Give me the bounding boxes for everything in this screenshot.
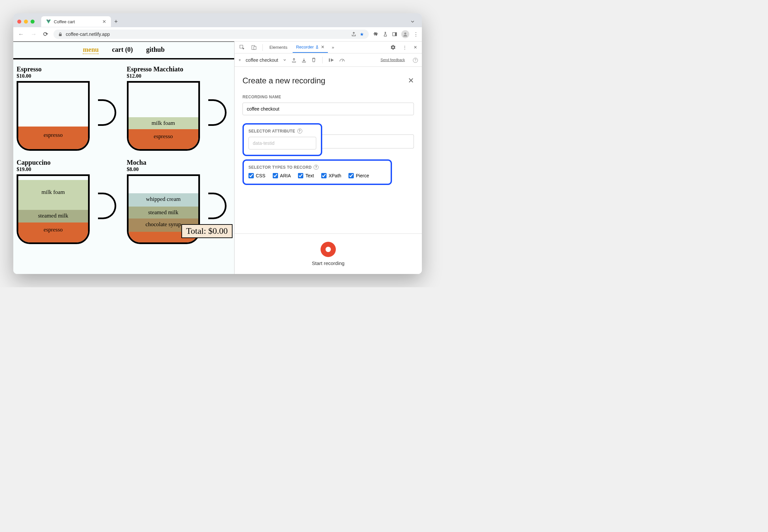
product-name: Mocha (127, 159, 231, 166)
layer-espresso: espresso (129, 129, 198, 149)
minimize-window-button[interactable] (24, 20, 28, 24)
replay-icon[interactable] (329, 57, 335, 63)
layer-whipped-cream: whipped cream (129, 193, 198, 207)
tab-recorder-label: Recorder (296, 44, 314, 49)
lock-icon (58, 32, 62, 37)
layer-milk-foam: milk foam (18, 180, 88, 210)
product-name: Cappuccino (17, 159, 121, 166)
import-icon[interactable] (301, 57, 307, 63)
forward-button[interactable]: → (29, 30, 38, 39)
browser-tab[interactable]: Coffee cart ✕ (41, 16, 111, 27)
recording-name-toolbar[interactable]: coffee checkout (246, 57, 278, 63)
devtools-panel: Elements Recorder ✕ » ⋮ ✕ + coffee check… (234, 42, 422, 274)
maximize-window-button[interactable] (31, 20, 35, 24)
panel-title: Create a new recording (242, 76, 325, 85)
reload-button[interactable]: ⟳ (42, 29, 49, 39)
product-price: $12.00 (127, 73, 231, 79)
tab-list-dropdown-icon[interactable] (410, 19, 415, 24)
url-text: coffee-cart.netlify.app (66, 32, 110, 37)
kebab-menu-icon[interactable]: ⋮ (413, 31, 419, 38)
share-icon[interactable] (351, 32, 356, 37)
labs-icon[interactable] (383, 32, 388, 37)
product-espresso: Espresso $10.00 espresso (17, 65, 121, 151)
extensions-icon[interactable] (373, 31, 379, 37)
cup-handle (208, 193, 227, 219)
checkbox-pierce[interactable]: Pierce (348, 173, 369, 178)
product-grid: Espresso $10.00 espresso Espresso Macchi… (13, 58, 234, 250)
cart-total-badge[interactable]: Total: $0.00 (181, 224, 232, 238)
selector-types-label: SELECTOR TYPES TO RECORD ? (248, 165, 386, 170)
product-name: Espresso Macchiato (127, 65, 231, 73)
layer-steamed-milk: steamed milk (129, 207, 198, 219)
close-window-button[interactable] (17, 20, 21, 24)
help-icon[interactable]: ? (297, 129, 302, 133)
svg-point-3 (404, 33, 406, 35)
panel-close-icon[interactable]: ✕ (408, 76, 414, 85)
settings-gear-icon[interactable] (388, 43, 398, 51)
tab-bar: Coffee cart ✕ + (13, 13, 422, 27)
page-viewport: menu cart (0) github Espresso $10.00 esp… (13, 42, 234, 274)
product-espresso-macchiato: Espresso Macchiato $12.00 milk foam espr… (127, 65, 231, 151)
cup-handle (98, 193, 116, 219)
new-tab-button[interactable]: + (114, 18, 118, 25)
devtools-menu-icon[interactable]: ⋮ (401, 44, 409, 51)
toolbar-right: ⋮ (373, 30, 419, 38)
tab-title: Coffee cart (54, 19, 75, 24)
send-feedback-link[interactable]: Send feedback (381, 58, 405, 62)
performance-icon[interactable] (339, 57, 345, 63)
delete-icon[interactable] (311, 57, 316, 62)
svg-rect-7 (329, 58, 330, 62)
site-nav: menu cart (0) github (13, 42, 234, 58)
tab-recorder[interactable]: Recorder ✕ (293, 42, 328, 53)
cup-handle (208, 99, 227, 126)
coffee-cup[interactable]: milk foam steamed milk espresso (17, 174, 90, 244)
recorder-toolbar: + coffee checkout Send feedback ? (235, 53, 422, 67)
recording-name-label: RECORDING NAME (242, 95, 414, 99)
profile-avatar-icon[interactable] (401, 30, 409, 38)
start-recording-area: Start recording (235, 233, 422, 274)
device-toolbar-icon[interactable] (249, 43, 259, 52)
export-icon[interactable] (291, 57, 297, 63)
nav-github-link[interactable]: github (146, 46, 165, 54)
layer-espresso: espresso (18, 127, 88, 149)
panel-icon[interactable] (392, 32, 397, 37)
selector-attribute-highlight: SELECTOR ATTRIBUTE ? (242, 123, 322, 156)
bookmark-star-icon[interactable]: ★ (360, 32, 364, 37)
svg-rect-0 (59, 34, 61, 36)
window-controls (17, 20, 35, 24)
checkbox-xpath[interactable]: XPath (321, 173, 341, 178)
back-button[interactable]: ← (17, 30, 25, 39)
recording-name-input[interactable] (242, 103, 414, 115)
svg-rect-6 (254, 46, 256, 49)
create-recording-panel: Create a new recording ✕ RECORDING NAME … (235, 67, 422, 233)
devtools-tab-bar: Elements Recorder ✕ » ⋮ ✕ (235, 42, 422, 53)
checkbox-css[interactable]: CSS (248, 173, 265, 178)
address-bar[interactable]: coffee-cart.netlify.app ★ (53, 30, 369, 39)
help-icon[interactable]: ? (413, 58, 418, 63)
tab-close-icon[interactable]: ✕ (102, 19, 106, 24)
vue-favicon-icon (46, 19, 51, 24)
checkbox-text[interactable]: Text (298, 173, 314, 178)
product-cappuccino: Cappuccino $19.00 milk foam steamed milk… (17, 159, 121, 244)
coffee-cup[interactable]: milk foam espresso (127, 81, 200, 151)
flask-icon (315, 45, 319, 49)
nav-cart-link[interactable]: cart (0) (112, 46, 133, 54)
checkbox-aria[interactable]: ARIA (273, 173, 291, 178)
start-recording-label: Start recording (242, 260, 414, 266)
start-recording-button[interactable] (321, 242, 336, 257)
coffee-cup[interactable]: espresso (17, 81, 90, 151)
selector-attribute-input[interactable] (248, 137, 316, 149)
layer-espresso: espresso (18, 222, 88, 242)
help-icon[interactable]: ? (314, 165, 319, 170)
content-area: menu cart (0) github Espresso $10.00 esp… (13, 42, 422, 274)
recording-dropdown-icon[interactable] (283, 58, 287, 62)
close-tab-icon[interactable]: ✕ (321, 44, 325, 49)
nav-menu-link[interactable]: menu (83, 46, 99, 54)
inspect-element-icon[interactable] (237, 43, 247, 52)
more-tabs-icon[interactable]: » (330, 44, 336, 51)
devtools-close-icon[interactable]: ✕ (412, 44, 419, 51)
product-mocha: Mocha $8.00 whipped cream steamed milk c… (127, 159, 231, 244)
toolbar: ← → ⟳ coffee-cart.netlify.app ★ ⋮ (13, 27, 422, 42)
tab-elements[interactable]: Elements (266, 42, 291, 52)
new-recording-icon[interactable]: + (239, 57, 241, 62)
